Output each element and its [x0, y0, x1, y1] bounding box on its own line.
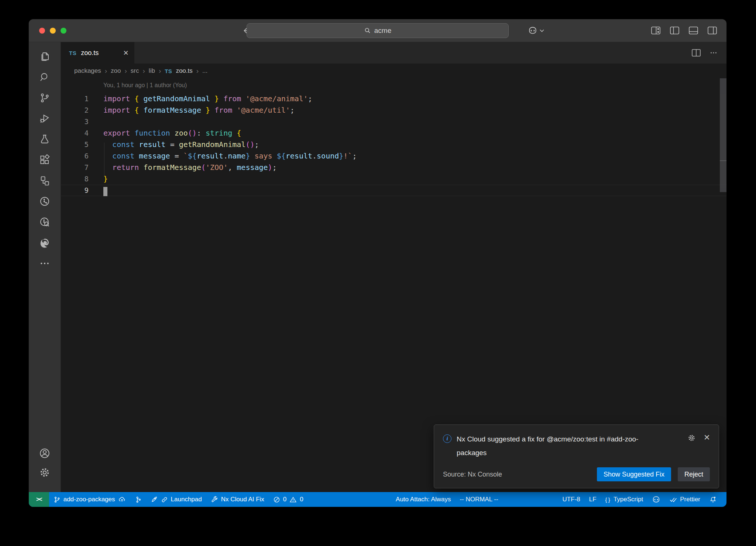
warning-count: 0	[300, 496, 303, 503]
tab-close-icon[interactable]: ×	[123, 48, 128, 57]
check-all-icon	[669, 496, 677, 503]
code-line[interactable]: 6 const message = `${result.name} says $…	[61, 150, 726, 162]
notifications-bell-item[interactable]	[705, 492, 721, 507]
code-line[interactable]: 4export function zoo(): string {	[61, 127, 726, 139]
line-content	[89, 185, 107, 196]
line-content: import { getRandomAnimal } from '@acme/a…	[89, 93, 312, 105]
line-number[interactable]: 8	[61, 173, 89, 185]
toggle-primary-sidebar-icon[interactable]	[670, 27, 679, 34]
launchpad-label: Launchpad	[171, 496, 202, 503]
remote-indicator[interactable]: ><	[29, 492, 49, 507]
line-number[interactable]: 1	[61, 93, 89, 105]
line-content: export function zoo(): string {	[89, 127, 241, 139]
tab-zoo-ts[interactable]: TS zoo.ts ×	[61, 42, 135, 64]
git-blame-annotation[interactable]: You, 1 hour ago | 1 author (You)	[61, 78, 726, 93]
encoding-item[interactable]: UTF-8	[558, 492, 585, 507]
auto-attach-item[interactable]: Auto Attach: Always	[391, 492, 455, 507]
breadcrumb-separator: ›	[159, 67, 161, 75]
settings-gear-icon[interactable]	[38, 466, 51, 479]
breadcrumb-separator: ›	[143, 67, 145, 75]
editor-more-actions-icon[interactable]	[709, 49, 718, 57]
reject-button[interactable]: Reject	[678, 467, 710, 481]
breadcrumb-item[interactable]: lib	[149, 67, 155, 75]
code-line[interactable]: 5 const result = getRandomAnimal();	[61, 139, 726, 150]
problems-item[interactable]: 0 0	[269, 492, 308, 507]
breadcrumb-item[interactable]: packages	[74, 67, 101, 75]
nx-cloud-ai-fix-item[interactable]: Nx Cloud AI Fix	[206, 492, 269, 507]
tab-bar: TS zoo.ts ×	[61, 42, 726, 64]
code-line[interactable]: 1import { getRandomAnimal } from '@acme/…	[61, 93, 726, 105]
notification-close-icon[interactable]: ×	[704, 434, 710, 441]
cloud-upload-icon	[118, 496, 126, 503]
notification-settings-gear-icon[interactable]	[687, 434, 696, 442]
source-control-graph-icon	[135, 496, 142, 503]
vscode-window: acme	[29, 19, 726, 507]
customize-layout-icon[interactable]	[651, 27, 660, 34]
git-branch-label: add-zoo-packages	[63, 496, 115, 503]
breadcrumb: packages›zoo›src›lib›TS zoo.ts › ...	[61, 64, 726, 78]
copilot-icon	[528, 26, 537, 35]
code-line[interactable]: 8}	[61, 173, 726, 185]
git-branch-item[interactable]: add-zoo-packages	[49, 492, 130, 507]
language-item[interactable]: { } TypeScript	[601, 492, 648, 507]
line-number[interactable]: 2	[61, 105, 89, 116]
zoom-window-button[interactable]	[61, 28, 66, 34]
typescript-file-icon: TS	[69, 50, 76, 56]
vim-mode-item[interactable]: -- NORMAL --	[455, 492, 502, 507]
breadcrumb-more[interactable]: ...	[202, 67, 207, 75]
line-number[interactable]: 7	[61, 162, 89, 173]
copilot-status-item[interactable]	[647, 492, 665, 507]
more-views-icon[interactable]	[38, 257, 51, 270]
line-content: import { formatMessage } from '@acme/uti…	[89, 105, 295, 116]
gitlens-icon[interactable]	[38, 195, 51, 208]
copilot-menu[interactable]	[528, 26, 544, 35]
toggle-secondary-sidebar-icon[interactable]	[708, 27, 717, 34]
source-control-icon[interactable]	[38, 92, 51, 104]
explorer-icon[interactable]	[38, 50, 51, 63]
search-view-icon[interactable]	[38, 71, 51, 83]
toggle-panel-icon[interactable]	[689, 27, 698, 34]
chevron-down-icon	[540, 29, 544, 32]
source-control-graph-item[interactable]	[130, 492, 146, 507]
git-branch-icon	[54, 496, 61, 503]
split-editor-icon[interactable]	[692, 49, 701, 57]
extensions-icon[interactable]	[38, 154, 51, 166]
gitlens-inspect-icon[interactable]	[38, 216, 51, 228]
breadcrumb-item[interactable]: zoo	[111, 67, 121, 75]
editor-scrollbar[interactable]	[720, 78, 726, 192]
breadcrumb-file[interactable]: zoo.ts	[176, 67, 192, 75]
launchpad-item[interactable]: Launchpad	[146, 492, 206, 507]
run-debug-icon[interactable]	[38, 112, 51, 125]
link-icon	[161, 496, 168, 503]
breadcrumb-item[interactable]: src	[131, 67, 139, 75]
code-line[interactable]: 2import { formatMessage } from '@acme/ut…	[61, 105, 726, 116]
close-window-button[interactable]	[39, 28, 45, 34]
command-center-search[interactable]: acme	[247, 23, 509, 38]
typescript-file-icon: TS	[165, 68, 172, 74]
traffic-lights	[39, 28, 66, 34]
show-suggested-fix-button[interactable]: Show Suggested Fix	[597, 467, 671, 481]
nx-console-icon[interactable]	[38, 174, 51, 187]
code-line[interactable]: 7 return formatMessage('ZOO', message);	[61, 162, 726, 173]
testing-icon[interactable]	[38, 133, 51, 146]
nx-cloud-ai-fix-label: Nx Cloud AI Fix	[221, 496, 264, 503]
line-content	[89, 116, 103, 127]
indent-guide	[104, 143, 104, 177]
title-bar: acme	[29, 19, 726, 42]
formatter-item[interactable]: Prettier	[665, 492, 705, 507]
eol-item[interactable]: LF	[585, 492, 601, 507]
notification-message: Nx Cloud suggested a fix for @acme/zoo:t…	[457, 432, 663, 460]
copilot-icon	[652, 495, 660, 504]
line-number[interactable]: 6	[61, 150, 89, 162]
line-number[interactable]: 5	[61, 139, 89, 150]
accounts-icon[interactable]	[38, 447, 51, 460]
activity-bar	[29, 42, 61, 492]
bell-icon	[709, 496, 717, 504]
line-number[interactable]: 3	[61, 116, 89, 127]
line-number[interactable]: 4	[61, 127, 89, 139]
minimize-window-button[interactable]	[50, 28, 56, 34]
code-line[interactable]: 9	[61, 185, 726, 196]
edge-icon[interactable]	[38, 236, 51, 249]
code-line[interactable]: 3	[61, 116, 726, 127]
line-number[interactable]: 9	[61, 185, 89, 196]
